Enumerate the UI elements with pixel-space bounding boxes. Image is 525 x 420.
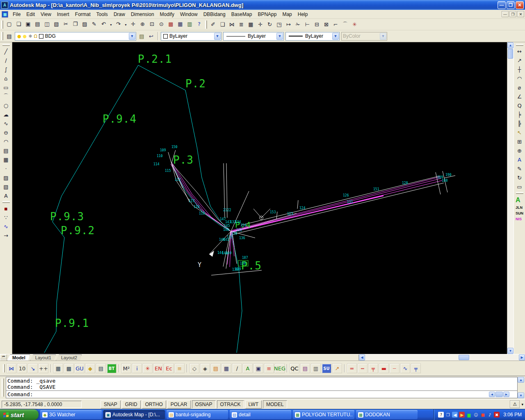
m2-area-button[interactable]: M² — [121, 363, 131, 373]
taskbar-task[interactable]: ◆3G Watcher — [40, 410, 102, 419]
menu-insert[interactable]: Insert — [54, 10, 72, 18]
line-tool-button[interactable]: ∕ — [232, 363, 242, 373]
export-button[interactable]: ↗ — [332, 363, 342, 373]
dim-radius-button[interactable]: ◠ — [515, 74, 524, 83]
layer-dropdown[interactable]: ●●✱Ω BDG ▼ — [15, 32, 136, 41]
tray-help-icon[interactable]: ? — [438, 412, 444, 418]
menu-dbbidang[interactable]: DBBidang — [201, 10, 228, 18]
diamond-edit-button[interactable]: ◈ — [200, 363, 210, 373]
arc-button[interactable]: ⌒ — [2, 92, 11, 101]
make-block-button[interactable]: ▦ — [2, 155, 11, 164]
canvas-horizontal-scrollbar[interactable]: ◀ ▶ — [358, 354, 525, 361]
toggle-polar[interactable]: POLAR — [167, 400, 191, 409]
point-style-button[interactable]: ∵ — [2, 213, 11, 222]
arrow-tool-button[interactable]: → — [2, 231, 11, 240]
trim-button[interactable]: ✁ — [294, 20, 302, 29]
nis-button[interactable]: NIS — [516, 217, 523, 221]
tab-layout1[interactable]: Layout1 — [30, 354, 56, 361]
restore-button[interactable]: ❐ — [507, 1, 515, 9]
dim-plus-button[interactable]: ++ — [39, 363, 48, 373]
dim-aligned-button[interactable]: ↗ — [515, 56, 524, 65]
construction-line-button[interactable]: ∕ — [2, 56, 11, 65]
dim-quick-button[interactable]: Q — [515, 101, 524, 110]
chevron-down-icon[interactable]: ▼ — [129, 33, 135, 40]
dim-diameter-button[interactable]: ⌀ — [515, 83, 524, 92]
zoom-previous-button[interactable]: ⊙ — [157, 20, 166, 28]
gu-tool-button[interactable]: GU — [75, 363, 84, 373]
scroll-thumb[interactable] — [508, 49, 513, 59]
menu-file[interactable]: File — [10, 10, 23, 18]
toggle-ortho[interactable]: ORTHO — [142, 400, 166, 409]
print-color-button[interactable]: ▤ — [300, 363, 310, 373]
tab-first-button[interactable]: ⏮ — [0, 354, 7, 359]
line-button[interactable]: ╱ — [2, 47, 11, 56]
color-dropdown[interactable]: ByLayer ▼ — [161, 32, 221, 41]
jln-button[interactable]: JLN — [516, 205, 523, 210]
dim-tolerance-button[interactable]: ⊞ — [515, 137, 524, 146]
chevron-down-icon[interactable]: ▼ — [332, 33, 339, 40]
bulb-icon[interactable]: ● — [17, 34, 21, 39]
lineweight-dropdown[interactable]: ByLayer ▼ — [285, 32, 340, 41]
plot-state-icon[interactable]: ✱ — [28, 34, 32, 39]
edit-table-button[interactable]: ▦ — [53, 363, 63, 373]
mdi-minimize-button[interactable]: — — [502, 11, 509, 17]
scroll-thumb[interactable] — [495, 392, 503, 397]
ec-find-button[interactable]: Ec — [164, 363, 174, 373]
shield-tool-button[interactable]: ◆ — [85, 363, 95, 373]
toggle-snap[interactable]: SNAP — [100, 400, 121, 409]
table-check-button[interactable]: ▤ — [96, 363, 106, 373]
circle-button[interactable]: ○ — [2, 101, 11, 110]
toggle-otrack[interactable]: OTRACK — [217, 400, 244, 409]
copy-object-button[interactable]: ❑ — [218, 20, 227, 29]
bt-tool-button[interactable]: BT — [107, 363, 116, 373]
dim-baseline-button[interactable]: ╞ — [515, 110, 524, 119]
erase-button[interactable]: ✐ — [209, 20, 217, 29]
toggle-lwt[interactable]: LWT — [245, 400, 262, 409]
sun-button[interactable]: SUN — [516, 211, 523, 215]
tray-volume-icon[interactable]: ♪ — [487, 412, 493, 418]
plot-button[interactable]: ▤ — [33, 20, 42, 28]
minimize-button[interactable]: — — [498, 1, 506, 9]
taskbar-task[interactable]: ▨bantul-srigading — [167, 410, 228, 419]
chevron-down-icon[interactable]: ▼ — [214, 33, 221, 40]
zoom-realtime-button[interactable]: ⊕ — [138, 20, 147, 28]
text-a-button[interactable]: A — [516, 196, 523, 204]
dim-diagonal-button[interactable]: ↘ — [28, 363, 38, 373]
paste-button[interactable]: ▨ — [80, 20, 89, 28]
command-history[interactable]: Command: _qsave Command: QSAVE — [6, 377, 518, 390]
tray-media-icon[interactable]: ▶ — [459, 412, 465, 418]
scroll-right-button[interactable]: ▶ — [519, 354, 525, 361]
command-grip[interactable] — [2, 379, 4, 397]
lock-icon[interactable]: Ω — [34, 34, 37, 39]
new-button[interactable]: ▢ — [5, 20, 14, 28]
linetype-dropdown[interactable]: ByLayer ▼ — [223, 32, 284, 41]
match-properties-button[interactable]: ✎ — [90, 20, 98, 28]
toolbar-grip[interactable] — [2, 44, 10, 46]
taskbar-task[interactable]: ▦DODOKAN — [356, 410, 418, 419]
table-select-button[interactable]: ▩ — [64, 363, 74, 373]
redo-dropdown-button[interactable]: ▾ — [123, 21, 128, 29]
toolbar-grip[interactable] — [205, 21, 207, 29]
taskbar-task[interactable]: ▤detail — [230, 410, 291, 419]
sketch-button[interactable]: ∿ — [2, 222, 11, 231]
rectangle-button[interactable]: ▭ — [2, 83, 11, 92]
canvas-vertical-scrollbar[interactable]: ▲ ▼ — [507, 42, 514, 354]
road-t-button[interactable]: ╤ — [368, 363, 378, 373]
bridge-button[interactable]: ╤ — [411, 363, 421, 373]
offset-button[interactable]: ≣ — [237, 20, 246, 29]
ellipse-button[interactable]: ⊖ — [2, 128, 11, 137]
dim-10-button[interactable]: 10 — [17, 363, 27, 373]
command-horizontal-scrollbar[interactable]: ◀ ▶ — [489, 392, 516, 397]
make-object-layer-current-button[interactable]: ▤ — [137, 32, 146, 41]
mdi-restore-button[interactable]: ❐ — [509, 11, 516, 17]
open-button[interactable]: ❏ — [14, 20, 23, 28]
menu-format[interactable]: Format — [72, 10, 94, 18]
insert-block-button[interactable]: ▤ — [2, 146, 11, 155]
break-at-point-button[interactable]: ⊟ — [313, 20, 321, 29]
save-button[interactable]: ▣ — [24, 20, 32, 28]
toolbar-grip[interactable] — [3, 364, 5, 372]
menu-modify[interactable]: Modify — [157, 10, 177, 18]
tab-layout2[interactable]: Layout2 — [56, 354, 82, 361]
map-book-button[interactable]: ▥ — [185, 20, 194, 28]
menu-draw[interactable]: Draw — [111, 10, 128, 18]
